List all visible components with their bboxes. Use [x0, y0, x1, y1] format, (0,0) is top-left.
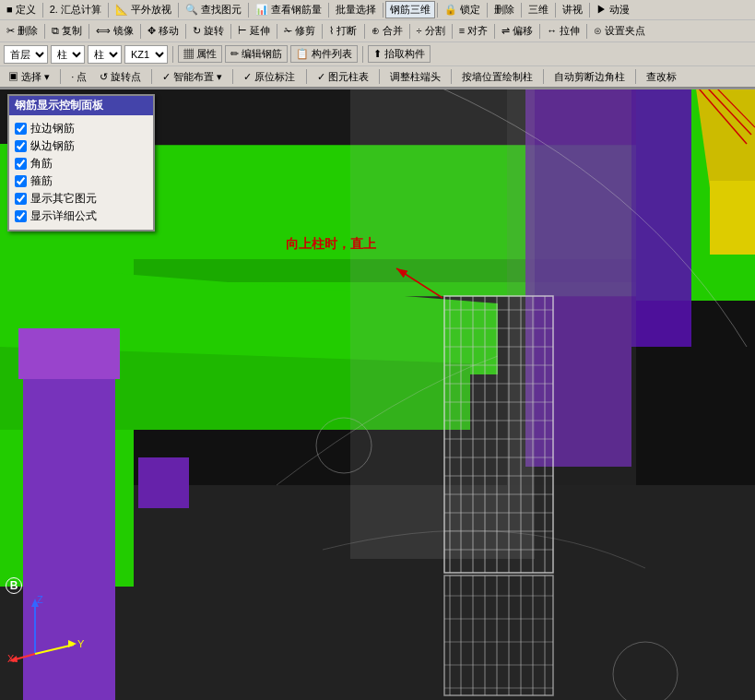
tb-check-mod[interactable]: 查改标 [642, 69, 681, 85]
panel-item-5[interactable]: 显示详细公式 [15, 208, 147, 224]
checkbox-zongbian[interactable] [15, 140, 27, 152]
sep-r4-2 [151, 69, 152, 84]
tb-extend[interactable]: ⊢ 延伸 [233, 23, 275, 39]
tb-edit-rebar[interactable]: ✏ 编辑钢筋 [225, 45, 288, 63]
sep9 [521, 3, 522, 18]
purple-small-block [138, 457, 189, 508]
sep3 [178, 3, 179, 18]
sep-r2-4 [185, 24, 186, 39]
svg-marker-50 [68, 640, 77, 647]
checkbox-gujin[interactable] [15, 175, 27, 187]
sep-r2-7 [322, 24, 323, 39]
tb-col-table[interactable]: ✓ 图元柱表 [313, 69, 373, 85]
tb-merge[interactable]: ⊕ 合并 [367, 23, 407, 39]
tb-select[interactable]: ▣ 选择 ▾ [4, 69, 54, 85]
sep6 [383, 3, 383, 18]
tb-rebar3d[interactable]: 钢筋三维 [385, 1, 435, 18]
sep-r4-4 [306, 69, 307, 84]
checkbox-formula[interactable] [15, 210, 27, 222]
tb-outerexpand[interactable]: 📐 平外放视 [111, 1, 176, 18]
id-select[interactable]: KZ1 [124, 45, 168, 64]
toolbar-row1: ■ 定义 2. 汇总计算 📐 平外放视 🔍 查找图元 📊 查看钢筋量 批量选择 … [0, 0, 755, 20]
toolbar-row3: 首层 柱 柱 KZ1 ▦ 属性 ✏ 编辑钢筋 📋 构件列表 ⬆ 抬取构件 [0, 42, 755, 66]
tb-rotate[interactable]: ↻ 旋转 [188, 23, 229, 39]
panel-item-0[interactable]: 拉边钢筋 [15, 121, 147, 136]
panel-item-4[interactable]: 显示其它图元 [15, 191, 147, 207]
panel-item-1[interactable]: 纵边钢筋 [15, 138, 147, 154]
sep-r2-6 [277, 24, 277, 39]
checkbox-other[interactable] [15, 193, 27, 205]
label-gujin: 箍筋 [30, 173, 53, 189]
tb-draw-col[interactable]: 按墙位置绘制柱 [457, 69, 537, 85]
sep-r4-5 [379, 69, 380, 84]
tb-batch-select[interactable]: 批量选择 [331, 1, 381, 18]
sep-r2-10 [452, 24, 453, 39]
type1-select[interactable]: 柱 [51, 45, 85, 64]
sep10 [555, 3, 556, 18]
sep-r2-5 [230, 24, 231, 39]
annotation-label: 向上柱时，直上 [286, 236, 376, 253]
toolbar-row4: ▣ 选择 ▾ · 点 ↺ 旋转点 ✓ 智能布置 ▾ ✓ 原位标注 ✓ 图元柱表 … [0, 66, 755, 89]
tb-view[interactable]: 讲视 [558, 1, 587, 18]
tb-pick[interactable]: ⬆ 抬取构件 [368, 45, 431, 63]
tb-comp-list[interactable]: 📋 构件列表 [290, 45, 358, 63]
toolbar-row2: ✂ 删除 ⧉ 复制 ⟺ 镜像 ✥ 移动 ↻ 旋转 ⊢ 延伸 ✁ 修剪 ⌇ 打断 … [0, 20, 755, 42]
type2-select[interactable]: 柱 [88, 45, 122, 64]
purple-right2 [631, 89, 691, 347]
floor-select[interactable]: 首层 [4, 45, 48, 64]
purple-col-left-top [18, 328, 120, 379]
sep-r3-1 [172, 46, 173, 63]
label-other: 显示其它图元 [30, 191, 97, 207]
tb-grip[interactable]: ⊙ 设置夹点 [589, 23, 650, 39]
svg-line-49 [35, 645, 74, 654]
sep4 [248, 3, 249, 18]
sep-r2-11 [494, 24, 495, 39]
sep7 [437, 3, 438, 18]
tb-define[interactable]: ■ 定义 [2, 1, 41, 18]
tb-smart-layout[interactable]: ✓ 智能布置 ▾ [158, 69, 227, 85]
yellow-decor2 [710, 181, 755, 255]
sep-r2-8 [364, 24, 365, 39]
tb-delete-tb[interactable]: 删除 [490, 1, 519, 18]
label-zongbian: 纵边钢筋 [30, 138, 75, 154]
tb-point[interactable]: · 点 [66, 69, 91, 85]
sep-r4-7 [543, 69, 544, 84]
sep-r4-8 [635, 69, 636, 84]
sep-r4-1 [60, 69, 61, 84]
tb-del[interactable]: ✂ 删除 [2, 23, 42, 39]
tb-inplace-mark[interactable]: ✓ 原位标注 [239, 69, 300, 85]
tb-calc[interactable]: 2. 汇总计算 [45, 1, 106, 18]
sep8 [487, 3, 488, 18]
tb-auto-cut[interactable]: 自动剪断边角柱 [549, 69, 630, 85]
tb-lock[interactable]: 🔒 锁定 [440, 1, 485, 18]
checkbox-jiaojin[interactable] [15, 158, 27, 170]
tb-split[interactable]: ÷ 分割 [412, 23, 450, 39]
xyz-axes: Z Y X [7, 594, 86, 663]
tb-trim[interactable]: ✁ 修剪 [279, 23, 320, 39]
tb-break[interactable]: ⌇ 打断 [324, 23, 361, 39]
tb-adj-end[interactable]: 调整柱端头 [385, 69, 445, 85]
tb-rotpoint[interactable]: ↺ 旋转点 [95, 69, 146, 85]
annotation-text: 向上柱时，直上 [286, 236, 376, 251]
svg-text:Z: Z [37, 594, 43, 605]
viewport-3d[interactable]: 向上柱时，直上 B Z Y X 钢筋显示控制面板 拉边钢筋 [0, 89, 755, 700]
panel-item-2[interactable]: 角筋 [15, 156, 147, 172]
tb-3d[interactable]: 三维 [524, 1, 553, 18]
sep11 [589, 3, 590, 18]
panel-item-3[interactable]: 箍筋 [15, 173, 147, 189]
tb-align[interactable]: ≡ 对齐 [454, 23, 492, 39]
checkbox-lajin[interactable] [15, 123, 27, 135]
tb-rebar-qty[interactable]: 📊 查看钢筋量 [251, 1, 326, 18]
tb-find[interactable]: 🔍 查找图元 [181, 1, 246, 18]
tb-copy[interactable]: ⧉ 复制 [47, 23, 87, 39]
gray-plane2 [507, 89, 636, 485]
tb-prop[interactable]: ▦ 属性 [178, 45, 222, 63]
tb-stretch[interactable]: ↔ 拉伸 [542, 23, 584, 39]
b-label: B [6, 577, 22, 594]
label-jiaojin: 角筋 [30, 156, 53, 172]
tb-anim[interactable]: ▶ 动漫 [592, 1, 634, 18]
tb-move[interactable]: ✥ 移动 [143, 23, 183, 39]
3d-scene: 向上柱时，直上 B Z Y X 钢筋显示控制面板 拉边钢筋 [0, 89, 755, 700]
tb-mirror[interactable]: ⟺ 镜像 [91, 23, 138, 39]
tb-offset[interactable]: ⇌ 偏移 [497, 23, 537, 39]
